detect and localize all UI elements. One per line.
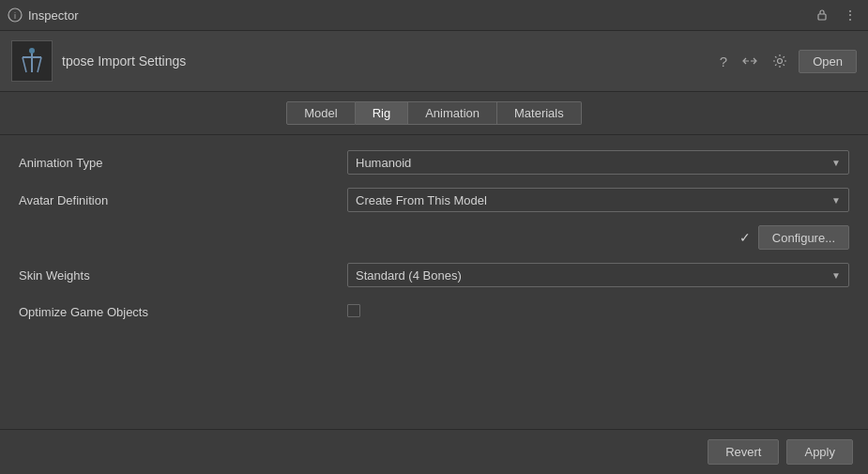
asset-thumbnail xyxy=(11,40,53,82)
header-right: ? Open xyxy=(716,50,857,73)
settings-button[interactable] xyxy=(769,52,791,70)
apply-button[interactable]: Apply xyxy=(786,439,853,465)
flip-button[interactable] xyxy=(739,52,761,70)
animation-type-label: Animation Type xyxy=(19,156,347,170)
avatar-definition-arrow: ▼ xyxy=(831,195,841,206)
svg-point-7 xyxy=(29,48,35,54)
optimize-game-objects-row: Optimize Game Objects xyxy=(19,300,849,323)
more-icon: ⋮ xyxy=(844,8,857,23)
main-content: Animation Type Humanoid ▼ Avatar Definit… xyxy=(0,135,868,351)
header-left: tpose Import Settings xyxy=(11,40,186,82)
inspector-title: Inspector xyxy=(28,8,78,23)
title-bar: i Inspector ⋮ xyxy=(0,0,868,31)
animation-type-value: Humanoid xyxy=(356,156,411,170)
tab-model[interactable]: Model xyxy=(286,101,355,125)
skin-weights-dropdown[interactable]: Standard (4 Bones) ▼ xyxy=(347,263,849,287)
svg-text:i: i xyxy=(14,11,16,21)
avatar-definition-value: Create From This Model xyxy=(356,193,487,207)
asset-name: tpose Import Settings xyxy=(62,54,186,69)
title-bar-right: ⋮ xyxy=(812,6,860,24)
avatar-definition-control: Create From This Model ▼ xyxy=(347,188,849,212)
configure-button[interactable]: Configure... xyxy=(758,225,849,250)
revert-button[interactable]: Revert xyxy=(708,439,779,465)
svg-point-8 xyxy=(778,59,783,64)
title-bar-left: i Inspector xyxy=(8,8,78,23)
skin-weights-control: Standard (4 Bones) ▼ xyxy=(347,263,849,287)
header-section: tpose Import Settings ? Open xyxy=(0,31,868,92)
lock-button[interactable] xyxy=(812,7,832,23)
skin-weights-value: Standard (4 Bones) xyxy=(356,268,462,283)
avatar-definition-dropdown[interactable]: Create From This Model ▼ xyxy=(347,188,849,212)
optimize-game-objects-label: Optimize Game Objects xyxy=(19,305,347,319)
skin-weights-arrow: ▼ xyxy=(831,270,841,281)
configure-row: ✓ Configure... xyxy=(19,225,849,250)
open-button[interactable]: Open xyxy=(799,50,857,73)
avatar-definition-row: Avatar Definition Create From This Model… xyxy=(19,188,849,212)
tab-animation[interactable]: Animation xyxy=(408,101,497,125)
svg-line-6 xyxy=(38,57,41,72)
optimize-game-objects-control xyxy=(347,304,849,320)
help-button[interactable]: ? xyxy=(716,52,731,71)
tab-rig[interactable]: Rig xyxy=(356,101,409,125)
svg-line-5 xyxy=(23,57,26,72)
optimize-game-objects-checkbox[interactable] xyxy=(347,304,360,317)
tabs-bar: Model Rig Animation Materials xyxy=(0,92,868,135)
animation-type-arrow: ▼ xyxy=(831,158,841,168)
check-mark: ✓ xyxy=(739,230,751,245)
avatar-definition-label: Avatar Definition xyxy=(19,193,347,207)
info-icon: i xyxy=(8,8,23,23)
skin-weights-row: Skin Weights Standard (4 Bones) ▼ xyxy=(19,263,849,287)
svg-rect-2 xyxy=(818,14,826,20)
animation-type-row: Animation Type Humanoid ▼ xyxy=(19,150,849,175)
header-icons: ? xyxy=(716,52,791,71)
more-options-button[interactable]: ⋮ xyxy=(840,6,860,24)
animation-type-dropdown[interactable]: Humanoid ▼ xyxy=(347,150,849,175)
animation-type-control: Humanoid ▼ xyxy=(347,150,849,175)
tab-materials[interactable]: Materials xyxy=(497,101,582,125)
bottom-bar: Revert Apply xyxy=(0,429,868,474)
skin-weights-label: Skin Weights xyxy=(19,268,347,283)
